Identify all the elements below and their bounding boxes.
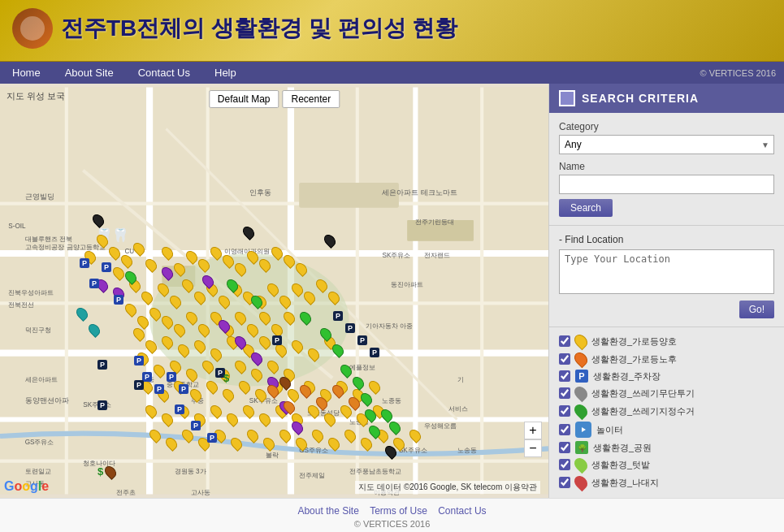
legend-section: 생활환경_가로등양호 생활환경_가로등노후 P 생활환경_주차장 생활환경_쓰레… [549,327,784,498]
name-input[interactable] [559,175,774,194]
parking-marker: P [134,356,144,365]
yellow-pin-icon [572,332,591,351]
svg-text:노종동: 노종동 [382,397,401,404]
parking-marker: P [207,433,217,443]
nav-bar: Home About Site Contact Us Help © VERTIC… [0,62,784,84]
legend-item-5: 생활환경_쓰레기지정수거 [559,404,774,418]
svg-text:노송동: 노송동 [457,447,477,454]
category-label: Category [559,121,774,132]
find-location-section: - Find Location Type Your Location Go! [549,226,784,327]
legend-checkbox-8[interactable] [559,459,570,470]
legend-label-2: 생활환경_가로등노후 [591,353,677,365]
legend-checkbox-1[interactable] [559,335,570,347]
map-area: Default Map Recenter 지도 위성 보국 [0,84,548,498]
parking-marker: P [179,384,188,394]
svg-text:우성해오름: 우성해오름 [424,422,457,430]
play-icon [575,422,591,438]
parking-marker: P [345,323,355,333]
parking-marker: P [370,348,379,357]
footer-links: About the Site Terms of Use Contact Us [6,505,778,517]
map-controls: Default Map Recenter [209,90,340,108]
legend-item-4: 생활환경_쓰레기무단투기 [559,386,774,400]
legend-checkbox-2[interactable] [559,353,570,365]
parking-marker: P [114,295,123,305]
footer: About the Site Terms of Use Contact Us ©… [0,498,784,532]
legend-item-1: 생활환경_가로등양호 [559,334,774,348]
legend-item-2: 생활환경_가로등노후 [559,352,774,366]
parking-marker: P [134,380,144,390]
parking-marker: P [175,404,184,414]
page-title: 전주TB전체의 생활환경 및 편의성 현황 [61,13,457,44]
main-container: Default Map Recenter 지도 위성 보국 [0,84,784,498]
category-select[interactable]: Any 생활환경_가로등양호 생활환경_가로등노후 생활환경_주차장 놀이터 생… [559,135,774,154]
svg-text:서비스: 서비스 [448,405,468,413]
google-logo: Google [4,479,49,494]
dollar-marker: $ [97,465,103,478]
svg-text:전자랜드: 전자랜드 [424,252,450,259]
parking-marker: P [167,372,176,382]
zoom-out-button[interactable]: − [524,439,542,457]
svg-text:볼락: 볼락 [266,452,279,459]
legend-checkbox-6[interactable] [559,424,570,435]
parking-marker: P [154,384,164,394]
category-select-wrapper: Any 생활환경_가로등양호 생활환경_가로등노후 생활환경_주차장 놀이터 생… [559,135,774,154]
search-criteria-title: SEARCH CRITERIA [582,92,699,105]
parking-marker: P [191,421,201,430]
go-button[interactable]: Go! [739,301,774,318]
nav-home[interactable]: Home [0,62,53,84]
legend-label-4: 생활환경_쓰레기무단투기 [591,387,695,400]
logo-icon [12,8,53,49]
parking-marker: P [357,335,367,345]
nav-contact[interactable]: Contact Us [126,62,202,84]
svg-text:기: 기 [457,377,464,384]
sidebar: SEARCH CRITERIA Category Any 생활환경_가로등양호 … [548,84,784,498]
parking-marker: P [272,335,282,345]
legend-label-6: 놀이터 [596,424,623,436]
svg-text:인후동: 인후동 [249,188,271,197]
search-button[interactable]: Search [559,199,613,217]
zoom-controls: + − [524,422,542,457]
svg-text:고사동: 고사동 [191,489,210,496]
gray-pin-icon [572,384,591,403]
footer-contact-link[interactable]: Contact Us [438,505,486,517]
location-input[interactable]: Type Your Location [559,249,774,294]
svg-text:동진아파트: 동진아파트 [391,281,423,288]
parking-marker: P [80,258,89,268]
find-location-label: - Find Location [559,234,774,245]
parking-marker: P [97,400,107,410]
svg-text:SK주유소: SK주유소 [382,252,410,259]
nav-help[interactable]: Help [202,62,249,84]
svg-text:세은아파트: 세은아파트 [25,377,58,384]
parking-marker: P [102,262,111,272]
svg-text:기아자동차 아중: 기아자동차 아중 [366,322,413,330]
legend-label-5: 생활환경_쓰레기지정수거 [591,405,695,417]
green-pin-icon [572,402,591,421]
zoom-in-button[interactable]: + [524,422,542,439]
svg-text:대블루핸즈 전북: 대블루핸즈 전북 [25,236,72,243]
legend-checkbox-9[interactable] [559,477,570,488]
search-panel: Category Any 생활환경_가로등양호 생활환경_가로등노후 생활환경_… [549,113,784,226]
legend-item-3: P 생활환경_주차장 [559,370,774,383]
legend-checkbox-5[interactable] [559,405,570,417]
legend-checkbox-7[interactable] [559,442,570,453]
svg-text:에플정보: 에플정보 [349,364,375,371]
legend-item-9: 생활환경_나대지 [559,475,774,490]
legend-checkbox-4[interactable] [559,387,570,399]
nav-about[interactable]: About Site [53,62,126,84]
park-icon: 🌳 [575,441,588,454]
svg-text:고속정비공장: 고속정비공장 [25,244,64,251]
footer-terms-link[interactable]: Terms of Use [370,505,427,517]
legend-label-3: 생활환경_주차장 [593,370,661,383]
legend-label-7: 생활환경_공원 [593,442,652,454]
svg-text:경원동 3가: 경원동 3가 [175,468,206,475]
footer-about-link[interactable]: About the Site [297,505,358,517]
legend-item-8: 생활환경_텃밭 [559,457,774,472]
svg-text:전주초: 전주초 [116,489,136,496]
default-map-button[interactable]: Default Map [209,90,279,108]
parking-marker: P [97,360,107,370]
recenter-button[interactable]: Recenter [283,90,340,108]
legend-checkbox-3[interactable] [559,370,570,382]
map-type-label: 지도 위성 보국 [6,90,65,102]
field-pin-icon [572,456,591,474]
parking-marker: P [89,279,99,288]
